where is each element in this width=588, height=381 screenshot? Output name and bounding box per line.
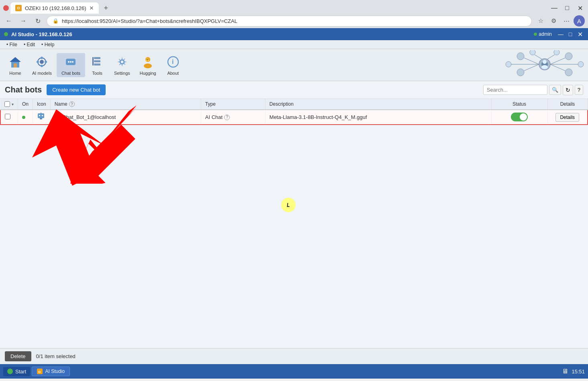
browser-minimize-button[interactable]: — [549,3,559,13]
home-button[interactable]: Home [3,53,27,77]
svg-point-34 [578,61,584,67]
svg-line-40 [550,64,565,71]
app-restore-button[interactable]: □ [566,31,574,38]
svg-rect-18 [92,57,94,66]
status-toggle[interactable] [511,113,528,121]
ai-models-icon [35,55,49,69]
col-header-checkbox: ▾ [0,99,18,110]
delete-button[interactable]: Delete [5,351,31,361]
svg-point-11 [68,61,69,63]
row-on-cell [18,110,33,125]
row-checkbox[interactable] [5,114,10,119]
svg-point-5 [40,60,44,64]
about-icon: i [166,55,180,69]
col-header-status: Status [491,99,547,110]
svg-point-31 [517,69,524,76]
create-chatbot-button[interactable]: Create new Chat bot [47,84,106,95]
svg-point-36 [554,50,559,55]
refresh-button[interactable]: ↻ [32,15,43,27]
item-count: 0/1 item selected [36,353,76,359]
svg-text:O: O [38,370,41,374]
search-input[interactable] [483,85,547,95]
svg-point-28 [541,65,548,69]
name-info-icon[interactable]: ? [69,101,75,107]
table-row: AI_Chat_Bot_1@localhost AI Chat ? Meta-L… [0,110,588,125]
chat-bots-button[interactable]: Chat bots [57,53,85,77]
ai-models-label: AI models [32,71,52,76]
svg-point-32 [565,69,572,76]
settings-label: Settings [114,71,130,76]
row-icon-cell [33,110,51,125]
svg-point-35 [530,50,535,55]
svg-point-33 [506,61,511,67]
admin-badge: admin [534,31,552,37]
tools-button[interactable]: Tools [85,53,109,77]
row-checkbox-cell [0,110,18,125]
row-type-cell: AI Chat ? [201,110,265,125]
menu-help[interactable]: • Help [38,41,57,48]
app-minimize-button[interactable]: — [557,31,565,38]
refresh-table-button[interactable]: ↻ [563,85,573,95]
hugging-icon: 🤗 [141,55,155,69]
tab-close-button[interactable]: ✕ [89,5,94,11]
app-close-button[interactable]: ✕ [576,31,584,38]
svg-point-21 [144,63,152,68]
svg-point-9 [45,61,47,63]
col-header-on: On [18,99,33,110]
bookmark-button[interactable]: ☆ [535,15,546,27]
start-dot [7,369,13,374]
row-description-cell: Meta-Llama-3.1-8B-Instruct-Q4_K_M.gguf [265,110,491,125]
type-info-icon[interactable]: ? [224,115,230,120]
sort-arrow[interactable]: ▾ [12,102,14,107]
svg-point-12 [70,61,71,63]
col-header-description: Description [265,99,491,110]
hugging-button[interactable]: 🤗 Hugging [135,53,161,77]
browser-tab[interactable]: O OZEKI 10 (192.168.0.126) ✕ [10,2,99,14]
extensions-button[interactable]: ⚙ [548,15,559,27]
on-status-dot [22,116,25,119]
svg-point-8 [37,61,39,63]
tab-title: OZEKI 10 (192.168.0.126) [25,5,86,11]
svg-point-19 [120,60,124,64]
svg-line-38 [550,58,565,64]
col-header-type: Type [201,99,265,110]
menu-file[interactable]: • File [3,41,20,48]
svg-rect-45 [38,113,44,118]
network-diagram [504,50,585,80]
start-button[interactable]: Start [3,367,30,376]
taskbar-app-button[interactable]: O AI Studio [32,367,70,376]
svg-point-30 [565,53,572,60]
svg-point-7 [41,65,43,67]
select-all-checkbox[interactable] [4,101,10,107]
details-button[interactable]: Details [555,113,579,122]
taskbar-right: 🖥 15:51 [562,368,585,375]
tools-label: Tools [92,71,102,76]
svg-line-43 [535,55,542,59]
col-header-details: Details [547,99,588,110]
menu-edit[interactable]: • Edit [20,41,38,48]
address-bar[interactable]: 🔒 https://localhost:9520/AI+Studio/?a=Ch… [47,16,532,27]
browser-close-button[interactable]: ✕ [575,3,585,13]
back-button[interactable]: ← [3,15,14,27]
forward-button[interactable]: → [18,15,29,27]
svg-rect-47 [42,115,43,116]
search-button[interactable]: 🔍 [549,85,561,95]
hugging-label: Hugging [140,71,156,76]
profile-button[interactable]: A [574,15,585,27]
settings-button[interactable]: Settings [109,53,135,77]
new-tab-button[interactable]: + [100,3,111,13]
app-status-dot [4,32,8,36]
help-button[interactable]: ? [575,85,583,95]
menu-bar: • File • Edit • Help [0,40,588,49]
home-icon [8,55,22,69]
taskbar-monitor-icon: 🖥 [562,368,568,375]
svg-rect-48 [40,118,42,119]
browser-dot [3,5,9,11]
svg-rect-49 [41,113,41,114]
taskbar-time: 15:51 [572,369,585,375]
menu-button[interactable]: ⋯ [561,15,572,27]
ai-models-button[interactable]: AI models [27,53,57,77]
browser-restore-button[interactable]: □ [562,3,572,13]
about-button[interactable]: i About [161,53,185,77]
bot-icon [37,113,45,121]
